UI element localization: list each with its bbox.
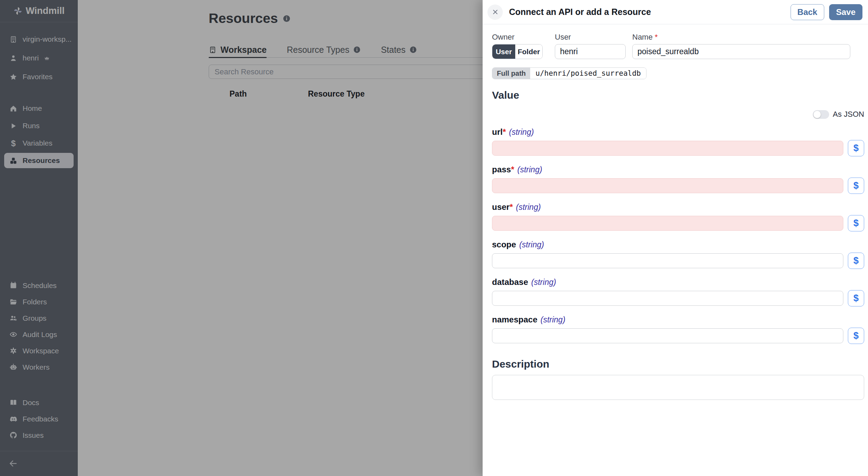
drawer-title: Connect an API or add a Resource — [509, 7, 791, 17]
as-json-row: As JSON — [492, 110, 864, 119]
field-type: (string) — [516, 203, 541, 212]
resource-drawer: Connect an API or add a Resource Back Sa… — [483, 0, 868, 476]
drawer-header: Connect an API or add a Resource Back Sa… — [483, 0, 868, 24]
field-pass-input[interactable] — [492, 178, 843, 193]
field-url: url*(string) $ — [492, 127, 864, 156]
close-button[interactable] — [487, 5, 503, 20]
field-type: (string) — [531, 278, 556, 287]
owner-toggle: User Folder — [492, 44, 543, 59]
insert-variable-button[interactable]: $ — [848, 253, 864, 269]
user-field-label: User — [555, 33, 626, 41]
insert-variable-button[interactable]: $ — [848, 140, 864, 156]
field-type: (string) — [541, 315, 566, 324]
owner-option-user[interactable]: User — [492, 44, 515, 59]
full-path-value: u/henri/poised_surrealdb — [530, 68, 646, 79]
save-button[interactable]: Save — [829, 4, 862, 20]
description-heading: Description — [492, 358, 864, 370]
insert-variable-button[interactable]: $ — [848, 290, 864, 306]
close-icon — [492, 8, 499, 16]
field-label: pass*(string) — [492, 165, 864, 174]
field-database-input[interactable] — [492, 291, 843, 306]
field-scope-input[interactable] — [492, 253, 843, 268]
user-field-input[interactable] — [555, 44, 626, 59]
name-field-label: Name * — [632, 33, 850, 41]
field-label: namespace(string) — [492, 315, 864, 325]
required-marker: * — [503, 127, 506, 137]
insert-variable-button[interactable]: $ — [848, 215, 864, 231]
field-user-input[interactable] — [492, 216, 843, 231]
required-marker: * — [655, 33, 658, 41]
owner-option-folder[interactable]: Folder — [515, 44, 542, 59]
owner-label: Owner — [492, 33, 543, 41]
field-label: scope(string) — [492, 240, 864, 249]
insert-variable-button[interactable]: $ — [848, 178, 864, 194]
description-textarea[interactable] — [492, 375, 864, 400]
full-path-row: Full path u/henri/poised_surrealdb — [492, 67, 646, 79]
as-json-label: As JSON — [833, 110, 864, 119]
field-type: (string) — [519, 240, 544, 249]
name-field-input[interactable] — [632, 44, 850, 59]
field-namespace: namespace(string) $ — [492, 315, 864, 344]
field-url-input[interactable] — [492, 141, 843, 156]
required-marker: * — [510, 202, 513, 212]
insert-variable-button[interactable]: $ — [848, 328, 864, 344]
value-heading: Value — [492, 89, 864, 101]
drawer-body: Owner User Folder User Name * Full path … — [483, 24, 868, 400]
field-database: database(string) $ — [492, 277, 864, 306]
field-user: user*(string) $ — [492, 202, 864, 231]
as-json-toggle[interactable] — [813, 110, 829, 119]
field-scope: scope(string) $ — [492, 240, 864, 269]
field-label: url*(string) — [492, 127, 864, 137]
field-type: (string) — [509, 128, 534, 137]
field-pass: pass*(string) $ — [492, 165, 864, 194]
required-marker: * — [511, 165, 514, 174]
back-button[interactable]: Back — [791, 4, 824, 20]
field-namespace-input[interactable] — [492, 328, 843, 343]
field-type: (string) — [517, 165, 542, 174]
full-path-chip: Full path — [492, 68, 530, 79]
field-label: database(string) — [492, 277, 864, 287]
field-label: user*(string) — [492, 202, 864, 212]
toggle-knob — [813, 111, 821, 118]
